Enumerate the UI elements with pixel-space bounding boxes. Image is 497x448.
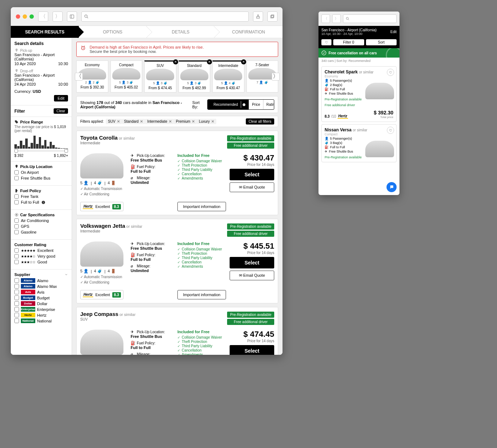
category-card[interactable]: ✕SUV5 👤 3 🧳From $ 474.45 [144,60,176,92]
checkbox[interactable] [14,278,19,283]
supplier-option[interactable]: EnterpriseEnterprise [14,307,68,312]
info-icon[interactable]: i [41,200,45,204]
carousel-next-button[interactable]: 〉 [272,73,280,81]
remove-chip-button[interactable]: ✕ [169,119,172,123]
minimize-window-icon[interactable] [23,14,27,19]
checkbox[interactable] [14,170,19,175]
mobile-result-card[interactable]: ♡Nissan Versa or similarCompact👤 5 Passe… [321,124,397,162]
remove-chip-button[interactable]: ✕ [211,119,214,123]
sort-recommended[interactable]: Recommended i [208,100,249,109]
checkbox[interactable] [14,290,19,294]
category-card[interactable]: ✕Intermediate5 👤 4 🧳From $ 430.47 [212,60,244,92]
mobile-favorites-button[interactable]: ♡ [321,39,331,45]
sort-rating[interactable]: Rating [263,100,274,109]
chat-fab[interactable] [387,182,397,192]
important-info-button[interactable]: Important information [177,290,226,299]
supplier-option[interactable]: AvisAvis [14,290,68,294]
supplier-option[interactable]: AlamoAlamo Max [14,284,68,289]
sort-price[interactable]: Price [249,100,263,109]
filter-option[interactable]: Free Tank [14,194,68,199]
checkbox[interactable] [14,248,19,253]
url-bar[interactable] [81,12,249,22]
mobile-result-card[interactable]: ♡Chevrolet Spark or similarEconomy👤 5 Pa… [321,66,397,122]
checkbox[interactable] [14,194,19,199]
prereg-badge: Pre-Registration available [227,223,274,230]
favorite-button[interactable]: ♡ [387,69,394,76]
checkbox[interactable] [14,313,19,317]
step-search-results[interactable]: SEARCH RESULTS [11,26,79,38]
filter-option[interactable]: Full to Full i [14,200,68,204]
slider-min-handle[interactable] [14,149,18,153]
edit-search-button[interactable]: Edit [54,95,68,101]
checkbox[interactable] [14,301,19,306]
remove-category-button[interactable]: ✕ [173,59,178,64]
email-quote-button[interactable]: ✉ Email Quote [230,182,274,192]
filter-option[interactable]: Gasoline [14,230,68,234]
mobile-edit-button[interactable]: Edit [390,30,397,34]
chevron-down-icon[interactable] [64,273,68,276]
important-info-button[interactable]: Important information [177,202,226,211]
checkbox[interactable] [14,254,19,258]
category-card[interactable]: Compact5 👤 3 🧳From $ 405.02 [110,60,143,92]
select-button[interactable]: Select [230,345,274,355]
filter-option[interactable]: On Airport [14,170,68,175]
checkbox[interactable] [14,307,19,312]
supplier-option[interactable]: HertzHertz [14,313,68,317]
share-button[interactable] [253,12,263,22]
checkbox[interactable] [14,176,19,180]
window-title-bar: 〈 〉 [11,7,283,26]
forward-button[interactable]: 〉 [53,12,63,22]
category-price: From $ 474.45 [145,86,176,90]
remove-chip-button[interactable]: ✕ [117,119,120,123]
filter-option[interactable]: Air Conditioning [14,218,68,223]
checkbox[interactable] [14,260,19,264]
favorite-button[interactable]: ♡ [387,127,394,134]
clear-all-filters-button[interactable]: Clear all filters [246,118,274,125]
supplier-option[interactable]: AlamoAlamo [14,278,68,283]
checkbox[interactable] [14,284,19,289]
checkbox[interactable] [14,295,19,300]
supplier-logo: Alamo [21,278,35,283]
filter-option[interactable]: GPS [14,224,68,228]
close-window-icon[interactable] [16,14,20,19]
back-button[interactable]: 〈 [38,12,48,22]
price-slider[interactable] [14,150,68,152]
prereg-badge: Pre-Registration available [227,135,274,141]
carousel-prev-button[interactable]: 〈 [75,73,83,81]
car-feature: ✓ Air Conditioning [80,280,127,284]
slider-max-handle[interactable] [64,149,68,153]
checkbox[interactable] [14,224,19,228]
mobile-sort-button[interactable]: Sort [366,39,397,45]
mobile-forward-button[interactable]: 〉 [332,14,341,23]
category-card[interactable]: ✕Standard5 👤 3 🧳From $ 482.99 [179,60,211,92]
svg-text:i: i [43,201,44,203]
checkbox[interactable] [14,318,19,323]
filter-option[interactable]: Free Shuttle Bus [14,176,68,180]
clear-filter-button[interactable]: Clear [54,108,68,114]
maximize-window-icon[interactable] [30,14,34,19]
checkbox[interactable] [14,200,19,204]
supplier-option[interactable]: NationalNational [14,318,68,323]
email-quote-button[interactable]: ✉ Email Quote [230,271,274,280]
checkbox[interactable] [14,218,19,223]
supplier-option[interactable]: DollarDollar [14,301,68,306]
step-details[interactable]: DETAILS [147,26,215,38]
mobile-url-bar[interactable] [343,14,397,23]
filter-option[interactable]: ★★★☆☆ Good [14,260,68,264]
select-button[interactable]: Select [230,169,274,180]
tabs-button[interactable] [267,12,277,22]
step-confirmation[interactable]: CONFIRMATION [214,26,283,38]
remove-chip-button[interactable]: ✕ [192,119,195,123]
checkbox[interactable] [14,230,19,234]
mobile-filter-button[interactable]: Filter 0 [333,39,364,45]
step-options[interactable]: OPTIONS [79,26,147,38]
filter-option[interactable]: ★★★★☆ Very good [14,254,68,258]
select-button[interactable]: Select [230,257,274,268]
remove-category-button[interactable]: ✕ [207,59,212,64]
remove-chip-button[interactable]: ✕ [140,119,143,123]
remove-category-button[interactable]: ✕ [241,59,246,64]
mobile-back-button[interactable]: 〈 [321,14,330,23]
supplier-option[interactable]: BudgetBudget [14,295,68,300]
filter-option[interactable]: ★★★★★ Excellent [14,248,68,253]
sidebar-toggle-button[interactable] [67,12,77,22]
